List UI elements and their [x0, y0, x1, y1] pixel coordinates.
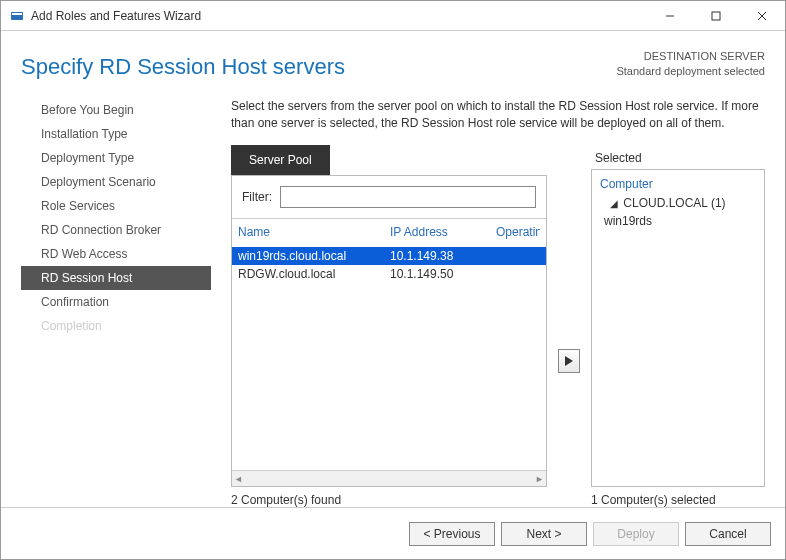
- svg-marker-6: [565, 356, 573, 366]
- selected-group-label: CLOUD.LOCAL (1): [623, 196, 725, 210]
- cancel-button[interactable]: Cancel: [685, 522, 771, 546]
- page-title: Specify RD Session Host servers: [21, 54, 616, 80]
- selected-item[interactable]: win19rds: [600, 212, 756, 230]
- server-row[interactable]: RDGW.cloud.local10.1.149.50: [232, 265, 546, 283]
- nav-item-rd-web-access[interactable]: RD Web Access: [21, 242, 211, 266]
- server-pool-area: Server Pool Filter: Name IP Address: [231, 145, 547, 507]
- arrow-column: [557, 145, 581, 507]
- collapse-icon[interactable]: ◢: [610, 198, 620, 209]
- h-scrollbar[interactable]: ◄ ►: [232, 470, 546, 486]
- nav-item-deployment-type[interactable]: Deployment Type: [21, 146, 211, 170]
- destination-block: DESTINATION SERVER Standard deployment s…: [616, 49, 765, 80]
- svg-rect-1: [12, 13, 22, 15]
- close-button[interactable]: [739, 1, 785, 31]
- add-button[interactable]: [558, 349, 580, 373]
- grid-header: Name IP Address Operating: [232, 219, 546, 247]
- deploy-button: Deploy: [593, 522, 679, 546]
- destination-label: DESTINATION SERVER: [616, 49, 765, 64]
- scroll-left-icon[interactable]: ◄: [234, 474, 243, 484]
- nav-item-role-services[interactable]: Role Services: [21, 194, 211, 218]
- cell-os: [496, 267, 540, 281]
- nav-item-completion: Completion: [21, 314, 211, 338]
- pool-count: 2 Computer(s) found: [231, 487, 547, 507]
- selected-count: 1 Computer(s) selected: [591, 487, 765, 507]
- selected-group[interactable]: ◢ CLOUD.LOCAL (1): [600, 194, 756, 212]
- selected-box[interactable]: Computer ◢ CLOUD.LOCAL (1) win19rds: [591, 169, 765, 487]
- cell-ip: 10.1.149.38: [390, 249, 496, 263]
- nav-item-deployment-scenario[interactable]: Deployment Scenario: [21, 170, 211, 194]
- nav-item-rd-connection-broker[interactable]: RD Connection Broker: [21, 218, 211, 242]
- filter-row: Filter:: [232, 176, 546, 219]
- cell-os: [496, 249, 540, 263]
- server-grid: Name IP Address Operating win19rds.cloud…: [232, 219, 546, 486]
- nav-item-rd-session-host[interactable]: RD Session Host: [21, 266, 211, 290]
- instructions-text: Select the servers from the server pool …: [231, 98, 765, 132]
- filter-label: Filter:: [242, 190, 272, 204]
- titlebar-buttons: [647, 1, 785, 31]
- window-title: Add Roles and Features Wizard: [31, 9, 201, 23]
- grid-body[interactable]: win19rds.cloud.local10.1.149.38RDGW.clou…: [232, 247, 546, 470]
- nav-item-before-you-begin[interactable]: Before You Begin: [21, 98, 211, 122]
- tab-server-pool[interactable]: Server Pool: [231, 145, 330, 175]
- previous-button[interactable]: < Previous: [409, 522, 495, 546]
- main-area: Before You BeginInstallation TypeDeploym…: [21, 98, 765, 507]
- selected-header: Computer: [600, 174, 756, 194]
- wizard-window: Add Roles and Features Wizard Specify RD…: [0, 0, 786, 560]
- header-os[interactable]: Operating: [496, 225, 540, 239]
- wizard-icon: [9, 8, 25, 24]
- selected-area: Selected Computer ◢ CLOUD.LOCAL (1) win1…: [591, 145, 765, 507]
- server-pool-box: Filter: Name IP Address Operating win19r…: [231, 175, 547, 487]
- selected-label: Selected: [591, 145, 765, 169]
- pool-selected-row: Server Pool Filter: Name IP Address: [231, 145, 765, 507]
- minimize-button[interactable]: [647, 1, 693, 31]
- nav-item-confirmation[interactable]: Confirmation: [21, 290, 211, 314]
- destination-value: Standard deployment selected: [616, 64, 765, 79]
- header-ip[interactable]: IP Address: [390, 225, 496, 239]
- scroll-right-icon[interactable]: ►: [535, 474, 544, 484]
- cell-name: RDGW.cloud.local: [238, 267, 390, 281]
- header: Specify RD Session Host servers DESTINAT…: [21, 31, 765, 98]
- server-row[interactable]: win19rds.cloud.local10.1.149.38: [232, 247, 546, 265]
- cell-ip: 10.1.149.50: [390, 267, 496, 281]
- footer: < Previous Next > Deploy Cancel: [1, 507, 785, 559]
- titlebar: Add Roles and Features Wizard: [1, 1, 785, 31]
- next-button[interactable]: Next >: [501, 522, 587, 546]
- wizard-nav: Before You BeginInstallation TypeDeploym…: [21, 98, 211, 507]
- svg-rect-3: [712, 12, 720, 20]
- filter-input[interactable]: [280, 186, 536, 208]
- cell-name: win19rds.cloud.local: [238, 249, 390, 263]
- nav-item-installation-type[interactable]: Installation Type: [21, 122, 211, 146]
- content-body: Specify RD Session Host servers DESTINAT…: [1, 31, 785, 507]
- tabs: Server Pool: [231, 145, 547, 175]
- header-name[interactable]: Name: [238, 225, 390, 239]
- selected-items: win19rds: [600, 212, 756, 230]
- right-pane: Select the servers from the server pool …: [211, 98, 765, 507]
- maximize-button[interactable]: [693, 1, 739, 31]
